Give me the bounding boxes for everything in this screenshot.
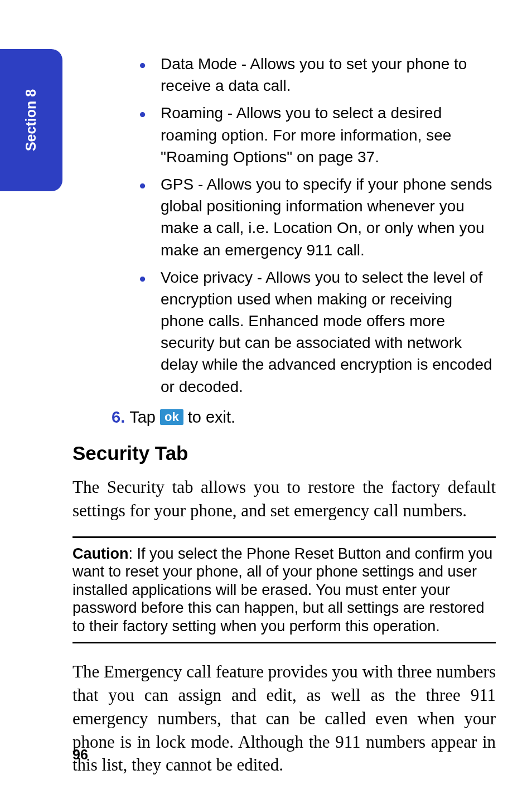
caution-label: Caution [72,545,129,562]
bullet-item: GPS - Allows you to specify if your phon… [139,173,496,261]
bullet-list: Data Mode - Allows you to set your phone… [139,53,496,398]
bullet-item: Data Mode - Allows you to set your phone… [139,53,496,96]
paragraph-emergency: The Emergency call feature provides you … [72,660,496,777]
paragraph-intro: The Security tab allows you to restore t… [72,476,496,522]
section-tab: Section 8 [0,49,62,191]
section-tab-label: Section 8 [23,89,40,151]
ok-icon: ok [160,409,183,425]
step-number: 6. [112,406,125,429]
page-content: Data Mode - Allows you to set your phone… [72,53,496,791]
security-tab-heading: Security Tab [72,442,496,464]
caution-box: Caution: If you select the Phone Reset B… [72,536,496,643]
step-text-before: Tap [129,406,156,429]
bullet-item: Voice privacy - Allows you to select the… [139,267,496,398]
caution-text: : If you select the Phone Reset Button a… [72,545,492,635]
page-number: 96 [72,747,88,763]
numbered-step: 6. Tap ok to exit. [112,406,496,429]
step-text-after: to exit. [188,406,235,429]
bullet-item: Roaming - Allows you to select a desired… [139,102,496,168]
